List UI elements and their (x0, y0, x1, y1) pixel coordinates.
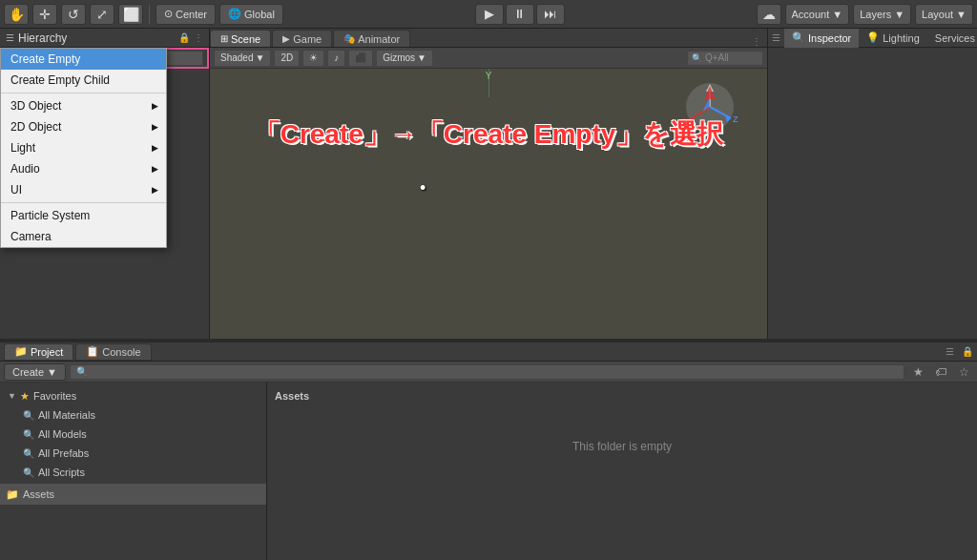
assets-header: Assets (275, 390, 969, 402)
scene-icon: ⊞ (220, 33, 228, 44)
global-icon: 🌐 (228, 8, 241, 20)
center-area: ⊞ Scene ▶ Game 🎭 Animator ⋮ Shaded ▼ 2D … (210, 29, 767, 369)
favorites-star: ★ (20, 390, 30, 403)
resize-handle[interactable] (0, 339, 977, 342)
scene-search[interactable]: 🔍 Q+All (687, 51, 763, 66)
tree-item-favorites[interactable]: ▼ ★ Favorites (0, 386, 266, 405)
menu-separator-1 (1, 93, 166, 93)
scene-panel-more[interactable]: ⋮ (746, 36, 767, 47)
lighting-icon: 💡 (866, 31, 880, 44)
scale-tool-button[interactable]: ⤢ (90, 4, 114, 25)
menu-separator-2 (1, 202, 166, 203)
pause-button[interactable]: ⏸ (506, 4, 534, 25)
tree-item-all-prefabs[interactable]: 🔍 All Prefabs (0, 444, 266, 463)
tag-filter-button[interactable]: 🏷 (931, 363, 950, 382)
favorite-filter-button[interactable]: ☆ (954, 363, 973, 382)
inspector-tabs: ☰ 🔍 Inspector 💡 Lighting Services 🔒 (768, 29, 977, 48)
tab-inspector[interactable]: 🔍 Inspector (784, 29, 859, 48)
screen-button[interactable]: ⬛ (348, 50, 373, 67)
bottom-lock-icon: 🔒 (962, 346, 973, 357)
layers-dropdown-arrow: ▼ (894, 9, 904, 20)
play-button[interactable]: ▶ (475, 4, 504, 25)
menu-item-particle-system[interactable]: Particle System (1, 205, 166, 226)
y-axis-label: Y (486, 71, 492, 81)
tab-game[interactable]: ▶ Game (272, 30, 332, 47)
tab-lighting[interactable]: 💡 Lighting (859, 29, 927, 48)
hierarchy-titlebar: ☰ Hierarchy 🔒 ⋮ (0, 29, 209, 48)
hierarchy-menu-icon: ☰ (6, 32, 14, 43)
tab-scene[interactable]: ⊞ Scene (210, 30, 271, 47)
menu-item-ui[interactable]: UI (1, 179, 166, 200)
account-dropdown[interactable]: Account ▼ (785, 4, 850, 25)
layout-dropdown[interactable]: Layout ▼ (915, 4, 973, 25)
scene-white-dot: • (420, 178, 426, 198)
bottom-area: 📁 Project 📋 Console ☰ 🔒 Create ▼ 🔍 ★ 🏷 ☆… (0, 341, 977, 560)
menu-item-light[interactable]: Light (1, 137, 166, 158)
hierarchy-title: Hierarchy (18, 31, 67, 45)
inspector-content (768, 48, 977, 369)
scene-tabs: ⊞ Scene ▶ Game 🎭 Animator ⋮ (210, 29, 767, 48)
tab-animator[interactable]: 🎭 Animator (333, 30, 410, 47)
tab-console[interactable]: 📋 Console (75, 343, 151, 361)
favorites-arrow: ▼ (8, 391, 16, 401)
pivot-icon: ⊙ (164, 8, 173, 20)
sun-button[interactable]: ☀ (302, 50, 324, 67)
tab-project[interactable]: 📁 Project (4, 343, 73, 361)
hand-tool-button[interactable]: ✋ (4, 4, 29, 25)
console-icon: 📋 (86, 345, 99, 358)
menu-item-2d-object[interactable]: 2D Object (1, 116, 166, 137)
create-menu: Create Empty Create Empty Child 3D Objec… (0, 48, 167, 248)
svg-text:Z: Z (733, 114, 738, 124)
sound-button[interactable]: ♪ (327, 50, 345, 67)
search-icon-materials: 🔍 (23, 410, 34, 421)
gizmos-dropdown[interactable]: Gizmos ▼ (376, 50, 433, 67)
cloud-icon: ☁ (762, 7, 776, 22)
project-search-input[interactable]: 🔍 (70, 364, 904, 380)
layout-dropdown-arrow: ▼ (956, 9, 967, 20)
animator-icon: 🎭 (343, 33, 355, 44)
menu-item-3d-object[interactable]: 3D Object (1, 95, 166, 116)
bottom-toolbar: Create ▼ 🔍 ★ 🏷 ☆ (0, 362, 977, 383)
global-button[interactable]: 🌐 Global (219, 4, 283, 25)
account-dropdown-arrow: ▼ (832, 9, 842, 20)
bottom-menu-icon: ☰ (946, 346, 954, 357)
hierarchy-lock-icon: 🔒 (178, 32, 190, 43)
layers-dropdown[interactable]: Layers ▼ (853, 4, 911, 25)
2d-button[interactable]: 2D (274, 50, 300, 67)
assets-area: Assets This folder is empty (267, 383, 977, 560)
hierarchy-panel: ☰ Hierarchy 🔒 ⋮ Create ▼ 🔍 Q+All Create … (0, 29, 210, 369)
tree-item-all-models[interactable]: 🔍 All Models (0, 425, 266, 444)
star-filter-button[interactable]: ★ (908, 363, 927, 382)
assets-folder-icon: 📁 (6, 488, 19, 501)
hierarchy-more-icon: ⋮ (194, 32, 203, 43)
scene-search-icon: 🔍 (692, 53, 702, 63)
bottom-tabs-bar: 📁 Project 📋 Console ☰ 🔒 (0, 342, 977, 362)
project-create-button[interactable]: Create ▼ (4, 363, 66, 381)
shaded-dropdown[interactable]: Shaded ▼ (214, 50, 271, 67)
bottom-right-icons: ☰ 🔒 (946, 346, 973, 357)
inspector-icon: 🔍 (792, 31, 805, 44)
project-icon: 📁 (14, 345, 28, 358)
hierarchy-area: Create ▼ 🔍 Q+All Create Empty Create Emp… (0, 48, 209, 369)
rotate-tool-button[interactable]: ↺ (61, 4, 86, 25)
search-icon: 🔍 (76, 366, 88, 377)
bottom-content: ▼ ★ Favorites 🔍 All Materials 🔍 All Mode… (0, 383, 977, 560)
play-controls: ▶ ⏸ ⏭ (475, 4, 565, 25)
cloud-button[interactable]: ☁ (757, 4, 781, 25)
menu-item-create-empty-child[interactable]: Create Empty Child (1, 70, 166, 91)
menu-item-camera[interactable]: Camera (1, 226, 166, 247)
move-tool-button[interactable]: ✛ (32, 4, 57, 25)
center-button[interactable]: ⊙ Center (156, 4, 216, 25)
step-button[interactable]: ⏭ (536, 4, 565, 25)
menu-item-audio[interactable]: Audio (1, 158, 166, 179)
tree-item-all-scripts[interactable]: 🔍 All Scripts (0, 463, 266, 482)
tree-section-assets[interactable]: 📁 Assets (0, 484, 266, 505)
scene-viewport[interactable]: Y 「Create」→「Create Empty」を選択 • Z (210, 69, 767, 369)
menu-item-create-empty[interactable]: Create Empty (1, 49, 166, 70)
project-tree: ▼ ★ Favorites 🔍 All Materials 🔍 All Mode… (0, 383, 267, 560)
empty-folder-message: This folder is empty (275, 440, 969, 453)
tree-item-all-materials[interactable]: 🔍 All Materials (0, 405, 266, 425)
search-icon-scripts: 🔍 (23, 467, 34, 478)
tab-services[interactable]: Services (927, 29, 977, 48)
rect-tool-button[interactable]: ⬜ (118, 4, 143, 25)
